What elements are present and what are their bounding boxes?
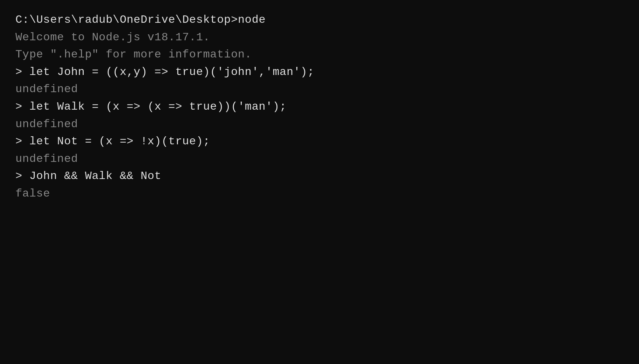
terminal-line-10: false (15, 185, 624, 202)
terminal-line-5: > let Walk = (x => (x => true))('man'); (15, 98, 624, 116)
terminal-line-1: Welcome to Node.js v18.17.1. (15, 29, 624, 46)
terminal-line-9: > John && Walk && Not (15, 167, 624, 185)
terminal-line-3: > let John = ((x,y) => true)('john','man… (15, 63, 624, 81)
terminal-line-6: undefined (15, 116, 624, 133)
terminal-window[interactable]: C:\Users\radub\OneDrive\Desktop>nodeWelc… (0, 0, 639, 364)
terminal-line-4: undefined (15, 81, 624, 98)
terminal-line-0: C:\Users\radub\OneDrive\Desktop>node (15, 11, 624, 29)
terminal-line-7: > let Not = (x => !x)(true); (15, 133, 624, 150)
terminal-line-2: Type ".help" for more information. (15, 46, 624, 63)
terminal-line-8: undefined (15, 150, 624, 168)
